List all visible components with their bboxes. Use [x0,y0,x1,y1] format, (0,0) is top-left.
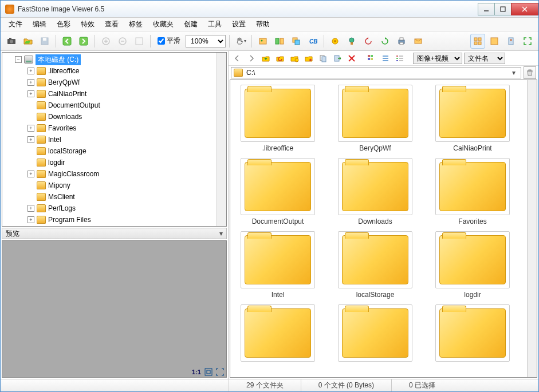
tree-item[interactable]: +Favorites [2,122,226,134]
rotate-left-icon[interactable] [361,34,376,49]
expander-icon[interactable]: + [27,171,34,177]
thumbnail-item[interactable] [332,304,418,364]
nav-copy-icon[interactable] [317,52,329,65]
menu-create[interactable]: 创建 [179,18,202,30]
thumbnail-item[interactable]: .libreoffice [235,85,321,152]
nav-move-icon[interactable] [331,52,344,65]
rotate-right-icon[interactable] [377,34,392,49]
thumbnail-item[interactable]: Favorites [430,158,516,225]
view-list-icon[interactable] [379,52,392,65]
thumbnail-item[interactable]: CaiNiaoPrint [430,85,516,152]
smooth-checkbox[interactable]: 平滑 [158,36,180,46]
thumbnail-item[interactable] [430,304,516,364]
view-portrait-icon[interactable] [503,34,518,49]
tree-item[interactable]: +BeryQpWf [2,77,226,88]
filter-combo[interactable]: 图像+视频 [413,53,462,64]
tree-root-drive[interactable]: − 本地磁盘 (C:) [2,54,226,65]
menu-settings[interactable]: 设置 [227,18,250,30]
menu-file[interactable]: 文件 [4,18,27,30]
recycle-bin-icon[interactable] [524,66,536,79]
chevron-down-icon[interactable]: ▾ [509,69,518,77]
thumbnail-item[interactable] [235,304,321,364]
expander-icon[interactable]: + [27,90,34,97]
view-single-icon[interactable] [487,34,502,49]
nav-up-icon[interactable] [259,52,272,65]
fullscreen-icon[interactable] [520,34,535,49]
nav-favorites-icon[interactable] [302,52,315,65]
tree-scrollbar[interactable] [217,53,226,226]
thumbs-scrollbar[interactable] [527,80,537,377]
tree-item[interactable]: +PerfLogs [2,203,226,214]
menu-favorites[interactable]: 收藏夹 [148,18,178,30]
expander-icon[interactable]: + [27,216,34,223]
email-icon[interactable] [411,34,426,49]
settings-gear-icon[interactable] [328,34,343,49]
view-details-icon[interactable] [394,52,406,65]
thumbnail-item[interactable]: DocumentOutput [235,158,321,225]
print-icon[interactable] [394,34,409,49]
menu-view[interactable]: 查看 [100,18,123,30]
view-thumbnails-icon[interactable] [470,34,485,49]
nav-back-icon[interactable] [60,34,74,49]
tree-item[interactable]: logdir [2,157,226,168]
thumbnail-item[interactable]: logdir [430,231,516,299]
thumbnail-image [435,231,510,288]
thumbnail-item[interactable]: Intel [235,231,321,299]
path-combo[interactable]: C:\ ▾ [231,67,521,78]
zoom-out-icon[interactable] [115,34,130,49]
thumbnail-item[interactable]: BeryQpWf [332,85,418,152]
zoom-in-icon[interactable] [99,34,113,49]
batch-convert-icon[interactable] [289,34,304,49]
maximize-button[interactable] [494,3,512,15]
menu-tag[interactable]: 标签 [124,18,147,30]
menu-effect[interactable]: 特效 [76,18,99,30]
preview-collapse-icon[interactable]: ▾ [219,229,223,237]
nav-fwd-arrow-icon[interactable] [245,52,258,65]
sort-combo[interactable]: 文件名 [464,53,505,64]
thumbnail-item[interactable]: localStorage [332,231,418,299]
tree-item[interactable]: +CaiNiaoPrint [2,88,226,100]
slideshow-icon[interactable] [255,34,270,49]
thumbnail-view[interactable]: .libreofficeBeryQpWfCaiNiaoPrintDocument… [230,80,537,378]
hand-icon[interactable]: ▾ [233,34,248,49]
expander-icon[interactable]: + [27,205,34,212]
nav-newfolder-icon[interactable] [288,52,301,65]
compare-icon[interactable] [272,34,287,49]
minimize-button[interactable] [478,3,495,15]
view-grid-icon[interactable] [365,52,377,65]
tree-item[interactable]: localStorage [2,145,226,157]
nav-refresh-icon[interactable] [274,52,286,65]
tree-item[interactable]: +Program Files [2,214,226,225]
tree-item[interactable]: Downloads [2,111,226,122]
tree-item[interactable]: +MagicClassroom [2,168,226,180]
fit-window-icon[interactable] [204,368,213,376]
expander-icon [27,193,34,200]
camera-icon[interactable] [4,34,19,49]
nav-back-arrow-icon[interactable] [231,52,243,65]
expander-icon[interactable]: + [27,79,34,86]
save-icon[interactable] [37,34,52,49]
nav-delete-icon[interactable] [345,52,358,65]
thumbnail-item[interactable]: Downloads [332,158,418,225]
actual-size-icon[interactable] [132,34,147,49]
menu-color[interactable]: 色彩 [52,18,75,30]
menu-tools[interactable]: 工具 [203,18,226,30]
menu-help[interactable]: 帮助 [251,18,274,30]
tree-item[interactable]: DocumentOutput [2,100,226,111]
folder-tree[interactable]: − 本地磁盘 (C:) +.libreoffice+BeryQpWf+CaiNi… [2,52,227,227]
screen-capture-icon[interactable] [344,34,359,49]
menu-edit[interactable]: 编辑 [28,18,51,30]
nav-forward-icon[interactable] [76,34,91,49]
expander-icon[interactable]: + [27,136,34,143]
expander-icon[interactable]: + [27,125,34,132]
tree-item[interactable]: +.libreoffice [2,65,226,77]
tree-item[interactable]: Mipony [2,180,226,191]
fit-screen-icon[interactable] [216,368,224,376]
open-folder-icon[interactable] [21,34,36,49]
tree-item[interactable]: MsClient [2,191,226,203]
expander-icon[interactable]: + [27,68,34,74]
tree-item[interactable]: +Intel [2,134,226,145]
close-button[interactable] [511,3,538,15]
batch-rename-icon[interactable]: CB [305,34,320,49]
zoom-combo[interactable]: 100% [186,35,226,47]
